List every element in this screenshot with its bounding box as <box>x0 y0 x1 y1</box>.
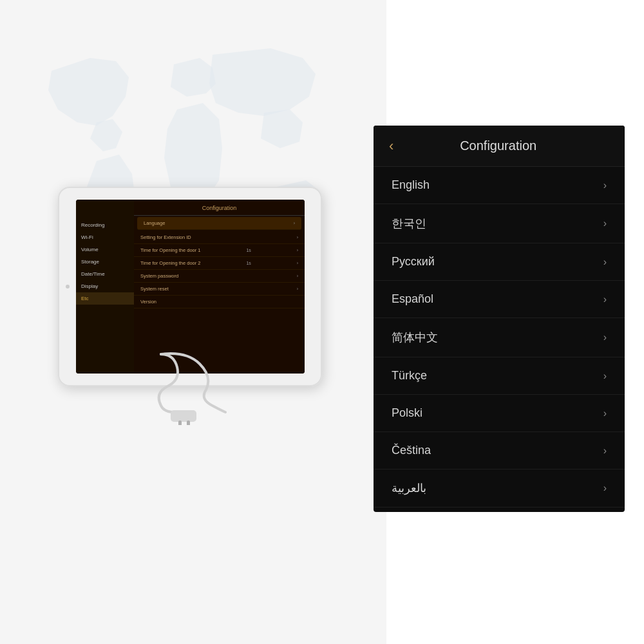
sidebar-display: Display <box>76 280 134 292</box>
screen-menu-password: System password › <box>134 270 305 283</box>
lang-item-czech[interactable]: Čeština › <box>374 432 625 469</box>
lang-name-arabic: بالعربية <box>392 481 426 495</box>
lang-chevron-chinese: › <box>603 332 607 343</box>
screen-menu-version: Version <box>134 296 305 308</box>
sidebar-etc: Etc <box>76 292 134 305</box>
screen-menu-password-label: System password <box>140 273 178 279</box>
language-list: English › 한국인 › Русский › Español › 简体中文… <box>374 167 625 512</box>
screen-menu-language: Language › <box>137 217 301 230</box>
lang-name-spanish: Español <box>392 292 433 306</box>
lang-name-czech: Čeština <box>392 444 431 457</box>
power-cable <box>122 348 251 425</box>
lang-name-turkish: Türkçe <box>392 369 427 383</box>
svg-rect-2 <box>187 421 190 425</box>
lang-item-chinese[interactable]: 简体中文 › <box>374 318 625 357</box>
lang-chevron-arabic: › <box>603 482 607 494</box>
sidebar-storage: Storage <box>76 256 134 268</box>
lang-item-english[interactable]: English › <box>374 167 625 204</box>
screen-menu-language-label: Language <box>144 220 165 226</box>
lang-item-turkish[interactable]: Türkçe › <box>374 357 625 395</box>
svg-rect-0 <box>171 410 196 422</box>
lang-chevron-korean: › <box>603 218 607 229</box>
screen-menu-extension-label: Setting for Extension ID <box>140 234 191 240</box>
screen-menu-extension: Setting for Extension ID › <box>134 231 305 244</box>
lang-panel-header: ‹ Configuration <box>374 126 625 167</box>
language-selection-panel: ‹ Configuration English › 한국인 › Русский … <box>374 126 625 512</box>
lang-panel-title: Configuration <box>400 138 609 153</box>
sidebar-datetime: Date/Time <box>76 268 134 280</box>
sidebar-wifi: Wi-Fi <box>76 231 134 243</box>
lang-name-korean: 한국인 <box>392 216 426 231</box>
lang-chevron-russian: › <box>603 256 607 268</box>
back-button[interactable]: ‹ <box>389 139 393 153</box>
lang-name-english: English <box>392 178 430 192</box>
screen-menu-reset-label: System reset <box>140 286 169 292</box>
lang-item-polish[interactable]: Polski › <box>374 395 625 432</box>
svg-rect-1 <box>178 421 182 425</box>
screen-menu-reset: System reset › <box>134 283 305 296</box>
lang-item-arabic[interactable]: بالعربية › <box>374 469 625 507</box>
lang-chevron-english: › <box>603 180 607 191</box>
lang-chevron-polish: › <box>603 408 607 419</box>
lang-item-spanish[interactable]: Español › <box>374 281 625 318</box>
tablet-device: Recording Wi-Fi Volume Storage Date/Time… <box>26 180 348 425</box>
sidebar-recording: Recording <box>76 219 134 231</box>
lang-item-ukrainian[interactable]: Українська › <box>374 507 625 512</box>
lang-item-russian[interactable]: Русский › <box>374 243 625 281</box>
lang-item-korean[interactable]: 한국인 › <box>374 204 625 243</box>
screen-menu-door1-label: Time for Opening the door 1 <box>140 247 201 253</box>
lang-name-polish: Polski <box>392 406 422 420</box>
screen-menu-door1: Time for Opening the door 1 1s › <box>134 244 305 257</box>
lang-name-chinese: 简体中文 <box>392 330 438 345</box>
screen-menu-version-label: Version <box>140 299 156 305</box>
screen-menu-door2: Time for Opening the door 2 1s › <box>134 257 305 270</box>
lang-name-russian: Русский <box>392 255 435 269</box>
screen-menu-door2-label: Time for Opening the door 2 <box>140 260 201 266</box>
lang-chevron-spanish: › <box>603 294 607 305</box>
tablet-camera <box>66 285 70 289</box>
lang-chevron-czech: › <box>603 445 607 457</box>
lang-chevron-turkish: › <box>603 370 607 382</box>
sidebar-volume: Volume <box>76 243 134 256</box>
screen-config-title: Configuration <box>134 200 305 216</box>
